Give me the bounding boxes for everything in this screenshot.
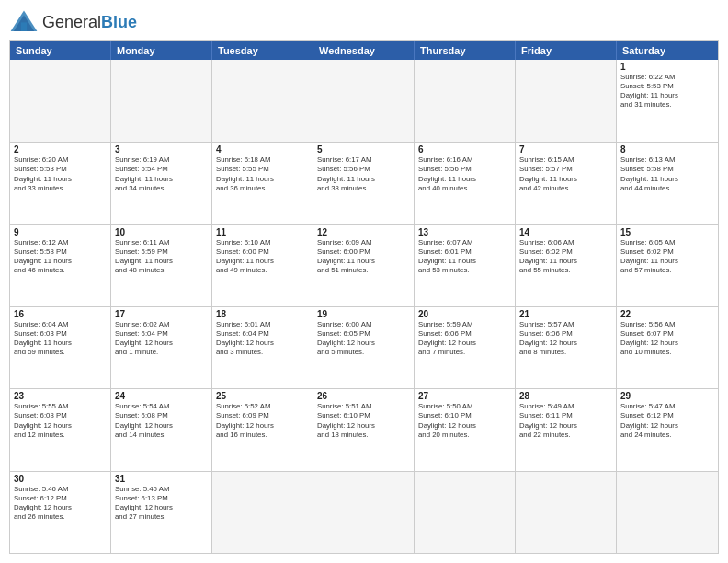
day-info: Sunrise: 5:56 AM Sunset: 6:07 PM Dayligh…	[620, 320, 714, 358]
day-cell: 17Sunrise: 6:02 AM Sunset: 6:04 PM Dayli…	[111, 307, 212, 388]
day-info: Sunrise: 5:59 AM Sunset: 6:06 PM Dayligh…	[418, 320, 511, 358]
day-number: 27	[418, 391, 511, 401]
day-number: 2	[14, 144, 107, 155]
day-info: Sunrise: 5:55 AM Sunset: 6:08 PM Dayligh…	[14, 402, 107, 440]
logo: GeneralBlue	[9, 9, 137, 35]
day-number: 16	[14, 309, 107, 319]
day-cell	[617, 472, 718, 553]
calendar: SundayMondayTuesdayWednesdayThursdayFrid…	[9, 40, 719, 554]
day-cell: 21Sunrise: 5:57 AM Sunset: 6:06 PM Dayli…	[516, 307, 617, 388]
day-number: 14	[519, 227, 612, 237]
day-number: 1	[620, 62, 714, 72]
day-cell: 20Sunrise: 5:59 AM Sunset: 6:06 PM Dayli…	[415, 307, 516, 388]
day-cell	[415, 60, 516, 142]
day-header-friday: Friday	[516, 41, 617, 60]
day-number: 3	[115, 144, 208, 155]
day-cell: 19Sunrise: 6:00 AM Sunset: 6:05 PM Dayli…	[313, 307, 415, 388]
day-number: 23	[14, 391, 107, 401]
day-info: Sunrise: 6:16 AM Sunset: 5:56 PM Dayligh…	[418, 155, 511, 193]
day-number: 25	[216, 391, 309, 401]
day-header-sunday: Sunday	[10, 41, 111, 60]
day-info: Sunrise: 6:19 AM Sunset: 5:54 PM Dayligh…	[115, 155, 208, 193]
day-cell: 9Sunrise: 6:12 AM Sunset: 5:58 PM Daylig…	[10, 225, 111, 306]
day-cell	[212, 472, 313, 553]
day-info: Sunrise: 5:50 AM Sunset: 6:10 PM Dayligh…	[418, 402, 511, 440]
day-cell: 4Sunrise: 6:18 AM Sunset: 5:55 PM Daylig…	[212, 143, 313, 224]
day-cell	[10, 60, 111, 142]
day-number: 21	[519, 309, 612, 319]
week-row-5: 23Sunrise: 5:55 AM Sunset: 6:08 PM Dayli…	[10, 388, 718, 470]
day-info: Sunrise: 6:12 AM Sunset: 5:58 PM Dayligh…	[14, 238, 107, 276]
day-header-thursday: Thursday	[415, 41, 516, 60]
day-cell	[212, 60, 313, 142]
day-info: Sunrise: 6:05 AM Sunset: 6:02 PM Dayligh…	[620, 238, 714, 276]
day-info: Sunrise: 6:18 AM Sunset: 5:55 PM Dayligh…	[216, 155, 309, 193]
day-info: Sunrise: 5:51 AM Sunset: 6:10 PM Dayligh…	[317, 402, 410, 440]
day-cell: 28Sunrise: 5:49 AM Sunset: 6:11 PM Dayli…	[516, 389, 617, 470]
day-cell: 26Sunrise: 5:51 AM Sunset: 6:10 PM Dayli…	[313, 389, 415, 470]
logo-text: GeneralBlue	[42, 13, 137, 32]
day-number: 29	[620, 391, 714, 401]
day-info: Sunrise: 5:46 AM Sunset: 6:12 PM Dayligh…	[14, 485, 107, 523]
day-number: 13	[418, 227, 511, 237]
week-row-3: 9Sunrise: 6:12 AM Sunset: 5:58 PM Daylig…	[10, 224, 718, 306]
day-cell: 3Sunrise: 6:19 AM Sunset: 5:54 PM Daylig…	[111, 143, 212, 224]
day-info: Sunrise: 6:01 AM Sunset: 6:04 PM Dayligh…	[216, 320, 309, 358]
day-cell: 15Sunrise: 6:05 AM Sunset: 6:02 PM Dayli…	[617, 225, 718, 306]
day-info: Sunrise: 6:02 AM Sunset: 6:04 PM Dayligh…	[115, 320, 208, 358]
day-cell	[313, 60, 415, 142]
day-info: Sunrise: 6:11 AM Sunset: 5:59 PM Dayligh…	[115, 238, 208, 276]
day-number: 10	[115, 227, 208, 237]
day-number: 31	[115, 474, 208, 484]
day-number: 8	[620, 144, 714, 155]
svg-rect-2	[21, 22, 27, 31]
day-number: 15	[620, 227, 714, 237]
day-info: Sunrise: 5:47 AM Sunset: 6:12 PM Dayligh…	[620, 402, 714, 440]
day-info: Sunrise: 5:54 AM Sunset: 6:08 PM Dayligh…	[115, 402, 208, 440]
day-cell: 13Sunrise: 6:07 AM Sunset: 6:01 PM Dayli…	[415, 225, 516, 306]
day-cell: 6Sunrise: 6:16 AM Sunset: 5:56 PM Daylig…	[415, 143, 516, 224]
day-cell: 2Sunrise: 6:20 AM Sunset: 5:53 PM Daylig…	[10, 143, 111, 224]
day-cell: 29Sunrise: 5:47 AM Sunset: 6:12 PM Dayli…	[617, 389, 718, 470]
logo-icon	[9, 9, 39, 35]
day-cell: 30Sunrise: 5:46 AM Sunset: 6:12 PM Dayli…	[10, 472, 111, 553]
day-cell	[111, 60, 212, 142]
day-info: Sunrise: 5:57 AM Sunset: 6:06 PM Dayligh…	[519, 320, 612, 358]
day-cell: 22Sunrise: 5:56 AM Sunset: 6:07 PM Dayli…	[617, 307, 718, 388]
day-header-tuesday: Tuesday	[212, 41, 313, 60]
day-number: 18	[216, 309, 309, 319]
day-cell	[516, 60, 617, 142]
day-cell: 23Sunrise: 5:55 AM Sunset: 6:08 PM Dayli…	[10, 389, 111, 470]
day-number: 24	[115, 391, 208, 401]
day-info: Sunrise: 6:15 AM Sunset: 5:57 PM Dayligh…	[519, 155, 612, 193]
day-headers-row: SundayMondayTuesdayWednesdayThursdayFrid…	[10, 41, 718, 60]
day-cell: 11Sunrise: 6:10 AM Sunset: 6:00 PM Dayli…	[212, 225, 313, 306]
day-header-saturday: Saturday	[617, 41, 718, 60]
day-number: 5	[317, 144, 410, 155]
page: GeneralBlue SundayMondayTuesdayWednesday…	[0, 0, 728, 563]
day-number: 4	[216, 144, 309, 155]
day-cell: 16Sunrise: 6:04 AM Sunset: 6:03 PM Dayli…	[10, 307, 111, 388]
day-header-monday: Monday	[111, 41, 212, 60]
day-info: Sunrise: 6:07 AM Sunset: 6:01 PM Dayligh…	[418, 238, 511, 276]
day-number: 22	[620, 309, 714, 319]
day-number: 19	[317, 309, 410, 319]
day-info: Sunrise: 6:17 AM Sunset: 5:56 PM Dayligh…	[317, 155, 410, 193]
day-cell	[313, 472, 415, 553]
day-number: 30	[14, 474, 107, 484]
week-row-2: 2Sunrise: 6:20 AM Sunset: 5:53 PM Daylig…	[10, 142, 718, 224]
day-info: Sunrise: 5:45 AM Sunset: 6:13 PM Dayligh…	[115, 485, 208, 523]
day-cell: 18Sunrise: 6:01 AM Sunset: 6:04 PM Dayli…	[212, 307, 313, 388]
day-info: Sunrise: 6:04 AM Sunset: 6:03 PM Dayligh…	[14, 320, 107, 358]
day-number: 11	[216, 227, 309, 237]
week-row-6: 30Sunrise: 5:46 AM Sunset: 6:12 PM Dayli…	[10, 471, 718, 553]
day-info: Sunrise: 6:06 AM Sunset: 6:02 PM Dayligh…	[519, 238, 612, 276]
week-row-1: 1Sunrise: 6:22 AM Sunset: 5:53 PM Daylig…	[10, 60, 718, 142]
day-cell: 27Sunrise: 5:50 AM Sunset: 6:10 PM Dayli…	[415, 389, 516, 470]
day-number: 6	[418, 144, 511, 155]
day-info: Sunrise: 6:10 AM Sunset: 6:00 PM Dayligh…	[216, 238, 309, 276]
day-info: Sunrise: 6:13 AM Sunset: 5:58 PM Dayligh…	[620, 155, 714, 193]
day-cell: 1Sunrise: 6:22 AM Sunset: 5:53 PM Daylig…	[617, 60, 718, 142]
day-cell: 25Sunrise: 5:52 AM Sunset: 6:09 PM Dayli…	[212, 389, 313, 470]
day-number: 9	[14, 227, 107, 237]
